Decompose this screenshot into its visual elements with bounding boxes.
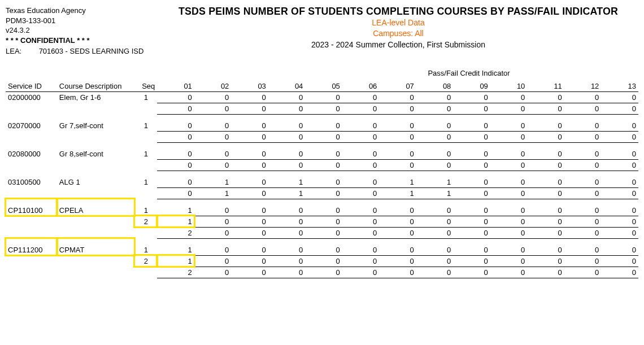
- total-cell: 0: [231, 227, 268, 238]
- value-cell: 0: [416, 114, 454, 131]
- column-header: 01: [157, 81, 194, 92]
- report-id: PDM3-133-001: [6, 16, 158, 26]
- total-cell: 0: [268, 131, 306, 142]
- total-cell: 0: [379, 159, 416, 171]
- course-desc-cell: [57, 216, 134, 227]
- course-desc-cell: CPELA: [57, 199, 134, 216]
- value-cell: 0: [305, 91, 342, 103]
- value-cell: 0: [305, 114, 342, 131]
- value-cell: 0: [453, 91, 490, 103]
- value-cell: 0: [305, 238, 342, 255]
- total-cell: 0: [268, 159, 306, 171]
- value-cell: 0: [601, 199, 638, 216]
- service-id-cell: [6, 216, 57, 227]
- column-header: 09: [453, 81, 490, 92]
- total-cell: 0: [157, 187, 194, 199]
- total-cell: 0: [453, 131, 490, 142]
- total-cell: 0: [527, 103, 564, 114]
- total-cell: 0: [342, 267, 380, 278]
- value-cell: 0: [601, 91, 638, 103]
- table-row: 03100500ALG 110101001100000: [6, 171, 638, 187]
- total-cell: 0: [490, 227, 528, 238]
- course-desc-cell: CPMAT: [57, 238, 134, 255]
- value-cell: 0: [601, 142, 638, 159]
- total-cell: 0: [305, 103, 342, 114]
- total-cell: 0: [453, 103, 490, 114]
- total-cell: 0: [268, 227, 306, 238]
- total-cell: 0: [490, 103, 528, 114]
- table-row: 02080000Gr 8,self-cont10000000000000: [6, 142, 638, 159]
- value-cell: 0: [231, 255, 268, 267]
- value-cell: 0: [194, 91, 232, 103]
- value-cell: 0: [564, 114, 602, 131]
- value-cell: 0: [601, 238, 638, 255]
- total-cell: 0: [601, 227, 638, 238]
- value-cell: 0: [305, 255, 342, 267]
- value-cell: 0: [231, 238, 268, 255]
- value-cell: 0: [194, 216, 232, 227]
- value-cell: 1: [379, 171, 416, 187]
- value-cell: 0: [379, 216, 416, 227]
- value-cell: 0: [231, 114, 268, 131]
- total-cell: 0: [564, 131, 602, 142]
- service-id-cell: CP111200: [6, 238, 57, 255]
- value-cell: 0: [527, 91, 564, 103]
- service-id-cell: CP110100: [6, 199, 57, 216]
- value-cell: 0: [379, 142, 416, 159]
- value-cell: 0: [453, 255, 490, 267]
- column-header: 07: [379, 81, 416, 92]
- seq-cell: 1: [134, 142, 157, 159]
- table-row: CP110100CPELA11000000000000: [6, 199, 638, 216]
- total-cell: 0: [453, 267, 490, 278]
- seq-cell: 1: [134, 114, 157, 131]
- column-header: 10: [490, 81, 528, 92]
- value-cell: 0: [527, 238, 564, 255]
- value-cell: 0: [416, 199, 454, 216]
- agency-name: Texas Education Agency: [6, 6, 158, 16]
- value-cell: 0: [416, 238, 454, 255]
- value-cell: 0: [342, 255, 380, 267]
- value-cell: 0: [564, 171, 602, 187]
- total-cell: 0: [231, 103, 268, 114]
- value-cell: 0: [342, 142, 380, 159]
- total-cell: 0: [194, 227, 232, 238]
- value-cell: 0: [342, 114, 380, 131]
- value-cell: 0: [194, 142, 232, 159]
- value-cell: 0: [194, 238, 232, 255]
- total-cell: 0: [157, 159, 194, 171]
- total-cell: 0: [305, 159, 342, 171]
- total-cell: 0: [305, 187, 342, 199]
- column-header: 12: [564, 81, 602, 92]
- total-cell: 0: [564, 103, 602, 114]
- collection-label: 2023 - 2024 Summer Collection, First Sub…: [158, 40, 638, 49]
- total-cell: 0: [416, 227, 454, 238]
- course-desc-cell: Elem, Gr 1-6: [57, 91, 134, 103]
- table-row: 21000000000000: [6, 216, 638, 227]
- value-cell: 0: [305, 171, 342, 187]
- table-row: CP111200CPMAT11000000000000: [6, 238, 638, 255]
- total-cell: 2: [157, 267, 194, 278]
- table-total-row: 0000000000000: [6, 159, 638, 171]
- column-header: 06: [342, 81, 380, 92]
- value-cell: 0: [490, 142, 528, 159]
- version: v24.3.2: [6, 25, 158, 36]
- value-cell: 0: [157, 114, 194, 131]
- value-cell: 0: [490, 255, 528, 267]
- total-cell: 0: [453, 187, 490, 199]
- total-cell: 0: [601, 159, 638, 171]
- value-cell: 1: [157, 216, 194, 227]
- value-cell: 1: [157, 255, 194, 267]
- column-header: 03: [231, 81, 268, 92]
- value-cell: 0: [157, 142, 194, 159]
- value-cell: 0: [379, 199, 416, 216]
- value-cell: 0: [527, 142, 564, 159]
- value-cell: 0: [305, 142, 342, 159]
- value-cell: 0: [564, 199, 602, 216]
- value-cell: 0: [527, 199, 564, 216]
- total-cell: 0: [490, 267, 528, 278]
- column-header: Service ID: [6, 81, 57, 92]
- seq-cell: 2: [134, 255, 157, 267]
- total-cell: 0: [342, 187, 380, 199]
- value-cell: 0: [453, 238, 490, 255]
- total-cell: 0: [490, 187, 528, 199]
